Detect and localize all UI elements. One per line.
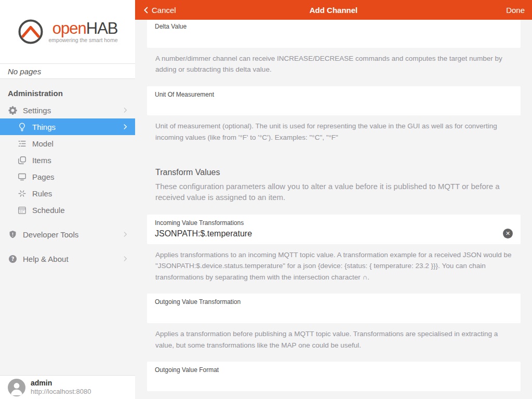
incoming-value-transformations-input[interactable] — [155, 228, 503, 240]
user-url: http://localhost:8080 — [31, 388, 91, 396]
person-icon — [8, 379, 25, 396]
brand-tagline: empowering the smart home — [48, 37, 117, 43]
sidebar-item-label: Things — [32, 123, 122, 131]
incoming-value-transformations-field[interactable]: Incoming Value Transformations ✕ — [147, 215, 521, 244]
section-title-transform-values: Transform Values — [155, 168, 521, 177]
sidebar-item-rules[interactable]: Rules — [0, 185, 135, 202]
unit-of-measurement-field[interactable]: Unit Of Measurement — [147, 86, 521, 116]
field-label: Unit Of Measurement — [155, 91, 513, 99]
chevron-right-icon — [122, 123, 129, 130]
form-group-outgoing-value-transformation: Outgoing Value Transformation Applies a … — [147, 294, 521, 351]
sidebar-item-label: Schedule — [32, 206, 129, 215]
model-tree-icon — [17, 139, 27, 149]
field-label: Outgoing Value Transformation — [155, 298, 513, 307]
outgoing-value-format-input[interactable] — [155, 375, 513, 387]
sidebar-item-developer-tools[interactable]: Developer Tools — [0, 226, 135, 243]
sidebar-item-model[interactable]: Model — [0, 135, 135, 152]
field-description: Applies a transformation before publishi… — [155, 328, 514, 351]
app: openHAB empowering the smart home No pag… — [0, 0, 532, 399]
avatar — [8, 379, 25, 396]
sidebar-item-label: Items — [32, 156, 129, 165]
sidebar-item-label: Developer Tools — [23, 230, 122, 239]
sidebar-item-settings[interactable]: Settings — [0, 102, 135, 118]
question-icon: ? — [8, 254, 18, 264]
sidebar-item-label: Model — [32, 139, 129, 148]
sidebar-item-label: Pages — [32, 172, 129, 181]
navbar: Cancel Add Channel Done — [135, 0, 532, 20]
brand-hab: HAB — [86, 19, 118, 37]
gear-icon — [8, 105, 18, 115]
calendar-icon — [17, 205, 27, 215]
field-label: Delta Value — [155, 23, 513, 31]
clear-input-icon[interactable]: ✕ — [503, 229, 513, 238]
form-group-incoming-value-transformations: Incoming Value Transformations ✕ Applies… — [147, 215, 521, 283]
field-description: Applies transformations to an incoming M… — [155, 249, 514, 283]
openhab-logo: openHAB empowering the smart home — [17, 18, 117, 45]
main-panel: Cancel Add Channel Done Delta Value A nu… — [135, 0, 532, 399]
no-pages-label: No pages — [0, 63, 135, 79]
sidebar-spacer — [0, 267, 135, 375]
cancel-button[interactable]: Cancel — [142, 6, 176, 15]
sidebar-item-pages[interactable]: Pages — [0, 168, 135, 185]
sidebar-item-help-about[interactable]: ? Help & About — [0, 250, 135, 267]
lightbulb-icon — [17, 122, 27, 132]
page-title: Add Channel — [135, 6, 532, 15]
unit-of-measurement-input[interactable] — [155, 99, 513, 111]
sparkle-icon — [17, 189, 27, 198]
openhab-house-icon — [17, 18, 44, 45]
nav-gap — [0, 243, 135, 250]
chevron-right-icon — [122, 107, 129, 114]
outgoing-value-format-field[interactable]: Outgoing Value Format — [147, 362, 521, 391]
outgoing-value-transformation-field[interactable]: Outgoing Value Transformation — [147, 294, 521, 323]
user-name: admin — [31, 379, 91, 388]
sidebar-item-items[interactable]: Items — [0, 152, 135, 168]
brand-wordmark: openHAB empowering the smart home — [48, 20, 117, 43]
delta-value-field[interactable]: Delta Value — [147, 20, 521, 48]
nav-gap — [0, 218, 135, 226]
display-icon — [17, 172, 27, 182]
sidebar: openHAB empowering the smart home No pag… — [0, 0, 135, 399]
field-description: A number/dimmer channel can receive INCR… — [155, 53, 514, 75]
chevron-left-icon — [142, 6, 150, 14]
outgoing-value-transformation-input[interactable] — [155, 307, 513, 319]
field-label: Incoming Value Transformations — [155, 219, 513, 228]
sidebar-item-label: Rules — [32, 189, 129, 198]
form-group-unit-of-measurement: Unit Of Measurement Unit of measurement … — [147, 86, 521, 143]
items-copy-icon — [17, 155, 27, 165]
logo-area: openHAB empowering the smart home — [0, 0, 135, 63]
user-area[interactable]: admin http://localhost:8080 — [0, 375, 135, 399]
sidebar-item-schedule[interactable]: Schedule — [0, 202, 135, 218]
channel-form: Delta Value A number/dimmer channel can … — [135, 20, 532, 399]
form-group-outgoing-value-format: Outgoing Value Format Format a value bef… — [147, 362, 521, 399]
shield-icon — [8, 230, 18, 240]
brand-open: open — [52, 19, 86, 37]
svg-text:?: ? — [11, 256, 15, 261]
delta-value-input[interactable] — [155, 31, 513, 44]
chevron-right-icon — [122, 231, 129, 238]
user-info: admin http://localhost:8080 — [31, 379, 91, 396]
field-label: Outgoing Value Format — [155, 366, 513, 375]
administration-section-label: Administration — [0, 79, 135, 102]
section-description: These configuration parameters allow you… — [155, 181, 514, 204]
sidebar-item-label: Help & About — [23, 255, 122, 263]
form-group-delta-value: Delta Value A number/dimmer channel can … — [147, 20, 521, 75]
cancel-label: Cancel — [152, 6, 176, 15]
sidebar-item-things[interactable]: Things — [0, 118, 135, 135]
field-description: Format a value before it is published to… — [155, 396, 514, 399]
done-button[interactable]: Done — [506, 6, 525, 15]
chevron-right-icon — [122, 255, 129, 262]
sidebar-item-label: Settings — [23, 106, 122, 115]
field-description: Unit of measurement (optional). The unit… — [155, 121, 514, 143]
